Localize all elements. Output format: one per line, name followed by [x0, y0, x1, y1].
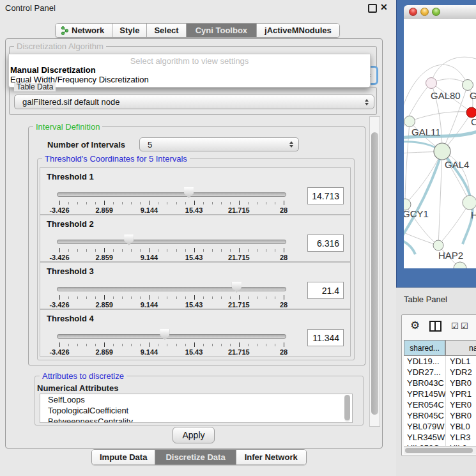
scrollbar-thumb[interactable]: [405, 448, 473, 453]
slider-tick: [266, 249, 266, 252]
tab-style[interactable]: Style: [112, 24, 146, 37]
threshold-value-field[interactable]: 21.4: [307, 282, 344, 299]
tab-impute-data[interactable]: Impute Data: [92, 450, 155, 464]
zoom-traffic-light-icon[interactable]: [432, 8, 440, 16]
threshold-label: Threshold 2: [47, 219, 94, 229]
node-gal4[interactable]: [434, 143, 450, 160]
attribute-item[interactable]: BetweennessCentrality: [40, 416, 352, 423]
slider-tick-label: 2.859: [95, 206, 113, 214]
slider-track[interactable]: [57, 192, 286, 197]
tab-infer-network[interactable]: Infer Network: [236, 450, 306, 464]
minimize-traffic-light-icon[interactable]: [420, 8, 429, 16]
slider-tick-label: 9.144: [141, 254, 158, 261]
split-columns-icon[interactable]: [429, 321, 441, 332]
node-gal80[interactable]: [426, 78, 437, 89]
slider-tick: [167, 296, 167, 299]
slider-tick: [149, 201, 150, 205]
tab-network[interactable]: Network: [56, 24, 112, 37]
horizontal-scrollbar[interactable]: [404, 446, 476, 454]
slider-tick: [158, 296, 158, 299]
slider-tick: [266, 344, 266, 346]
table-row[interactable]: YLR345WYLR3: [404, 432, 476, 443]
slider-tick: [248, 344, 249, 346]
slider-tick: [284, 201, 284, 205]
application-window: Control Panel ✕ Network Style Select Cyn…: [0, 0, 476, 476]
node-partial-bottom[interactable]: [454, 262, 466, 268]
close-icon[interactable]: ✕: [380, 2, 388, 12]
node-table[interactable]: YDL19...YDL1YDR27...YDR2YBR043CYBR0YPR14…: [404, 356, 476, 446]
slider-tick: [221, 344, 222, 346]
slider-tick: [59, 342, 60, 347]
tab-label: Infer Network: [245, 452, 298, 462]
scrollbar-thumb[interactable]: [344, 395, 350, 420]
slider-tick: [176, 344, 177, 346]
tab-discretize-data[interactable]: Discretize Data: [155, 450, 235, 464]
dropdown-prompt: Select algorithm to view settings: [9, 56, 370, 66]
cell-shared-name: YBR045C: [404, 411, 447, 420]
table-data-combo[interactable]: galFiltered.sif default node: [14, 95, 374, 109]
table-row[interactable]: YDR27...YDR2: [404, 367, 476, 378]
number-of-intervals-label: Number of Intervals: [47, 140, 125, 150]
tab-select[interactable]: Select: [146, 24, 185, 37]
number-of-intervals-combo[interactable]: 5: [139, 137, 299, 151]
slider-tick: [122, 249, 123, 252]
scrollbar-thumb[interactable]: [371, 132, 378, 415]
threshold-value-field[interactable]: 11.344: [307, 329, 344, 346]
column-header-shared-name[interactable]: shared...: [404, 340, 445, 356]
slider-tick: [149, 248, 150, 252]
vertical-scrollbar[interactable]: [369, 116, 380, 427]
checkbox-icon[interactable]: ☑: [461, 321, 468, 331]
slider-tick-label: 9.144: [141, 206, 158, 214]
network-view-canvas[interactable]: GAL80 GA C GAL11 GAL4 GCY1 H HAP2: [404, 19, 476, 268]
node-hap2[interactable]: [433, 240, 443, 250]
slider-tick-label: 28: [280, 206, 288, 214]
tab-label: Network: [72, 26, 104, 35]
node-h[interactable]: [463, 196, 476, 210]
table-row[interactable]: YBR043CYBR0: [404, 378, 476, 388]
close-traffic-light-icon[interactable]: [409, 8, 417, 16]
gear-icon[interactable]: ⚙: [410, 319, 420, 332]
table-row[interactable]: YBR045CYBR0: [404, 410, 476, 421]
slider-tick: [68, 296, 69, 299]
cell-name: YBL0: [447, 422, 470, 431]
slider-tick: [275, 296, 275, 299]
attributes-list-scrollbar[interactable]: [344, 395, 350, 422]
slider-tick: [113, 296, 114, 299]
column-header-name[interactable]: na: [445, 340, 476, 356]
node-gal11[interactable]: [404, 116, 415, 127]
network-window-titlebar[interactable]: [404, 5, 476, 20]
slider-tick: [284, 248, 284, 252]
slider-tick: [257, 202, 257, 204]
slider-tick: [95, 344, 96, 346]
intervals-combo-value: 5: [148, 140, 152, 150]
slider-tick-label: 21.715: [228, 348, 250, 356]
node-partial-top-right[interactable]: [463, 80, 473, 91]
slider-tick: [104, 295, 105, 300]
tab-jactivemnodules[interactable]: jActiveMNodules: [256, 24, 339, 37]
table-row[interactable]: YDL19...YDL1: [404, 356, 476, 367]
slider-tick: [212, 344, 213, 346]
slider-track[interactable]: [57, 240, 286, 244]
table-row[interactable]: YPR145WYPR1: [404, 388, 476, 399]
checkbox-icon[interactable]: ☑: [451, 321, 459, 331]
slider-tick: [275, 344, 275, 346]
tab-cyni-toolbox[interactable]: Cyni Toolbox: [186, 24, 256, 37]
dropdown-option-manual-discretization[interactable]: Manual Discretization: [10, 65, 96, 75]
slider-tick: [266, 296, 266, 299]
numerical-attributes-list[interactable]: SelfLoopsTopologicalCoefficientBetweenne…: [40, 394, 353, 423]
threshold-value-field[interactable]: 14.713: [307, 187, 344, 204]
slider-track[interactable]: [57, 287, 286, 291]
table-row[interactable]: YER054CYER0: [404, 399, 476, 410]
algorithm-dropdown-popup: Select algorithm to view settings Manual…: [8, 54, 371, 88]
attribute-item[interactable]: TopologicalCoefficient: [40, 405, 352, 416]
slider-tick-label: 21.715: [228, 301, 250, 309]
slider-tick-label: 9.144: [141, 301, 158, 309]
slider-track[interactable]: [57, 334, 286, 339]
cell-name: YBR0: [447, 411, 472, 420]
slider-tick: [248, 249, 249, 252]
threshold-value-field[interactable]: 6.316: [307, 234, 344, 252]
table-row[interactable]: YBL079WYBL0: [404, 421, 476, 432]
apply-button[interactable]: Apply: [173, 427, 215, 443]
attribute-item[interactable]: SelfLoops: [40, 394, 352, 405]
float-window-icon[interactable]: [368, 4, 377, 13]
